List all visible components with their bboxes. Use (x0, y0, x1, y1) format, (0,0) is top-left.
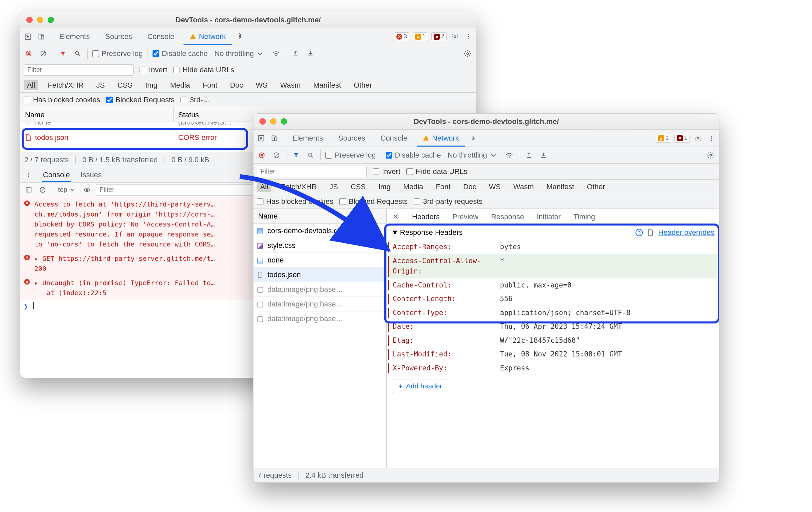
request-row[interactable]: todos.json (254, 267, 386, 282)
network-conditions-icon[interactable] (504, 150, 514, 160)
upload-har-icon[interactable] (291, 49, 301, 59)
device-toggle-icon[interactable] (269, 133, 280, 143)
preserve-log-checkbox[interactable]: Preserve log (325, 151, 376, 160)
filter-js[interactable]: JS (93, 80, 108, 90)
detail-tab-timing[interactable]: Timing (572, 209, 597, 225)
blocked-cookies-checkbox[interactable]: Has blocked cookies (257, 197, 334, 206)
filter-input[interactable] (24, 64, 134, 76)
context-select[interactable]: top (56, 186, 78, 194)
settings-icon[interactable] (450, 32, 460, 41)
filter-js[interactable]: JS (326, 182, 341, 192)
network-settings-icon[interactable] (706, 150, 716, 160)
kebab-icon[interactable] (463, 32, 473, 41)
blocked-requests-checkbox[interactable]: Blocked Requests (339, 197, 408, 206)
filter-ws[interactable]: WS (486, 182, 504, 192)
request-row[interactable]: ◪style.css (254, 238, 386, 253)
filter-input[interactable] (257, 166, 367, 177)
hide-data-urls-checkbox[interactable]: Hide data URLs (406, 167, 467, 176)
filter-other[interactable]: Other (583, 182, 609, 192)
network-conditions-icon[interactable] (271, 49, 281, 59)
maximize-window[interactable] (48, 17, 54, 23)
search-icon[interactable] (306, 150, 316, 160)
filter-doc[interactable]: Doc (460, 182, 480, 192)
maximize-window[interactable] (281, 118, 287, 124)
more-tabs-icon[interactable] (468, 133, 478, 143)
help-icon[interactable]: ? (636, 229, 643, 236)
response-headers-section[interactable]: ▼Response Headers ? Header overrides (387, 225, 719, 240)
inspect-icon[interactable] (256, 133, 266, 143)
column-name[interactable]: Name (254, 209, 386, 224)
blocked-count-badge[interactable]: ■2 (431, 32, 446, 41)
filter-wasm[interactable]: Wasm (510, 182, 537, 192)
toggle-sidebar-icon[interactable] (24, 185, 34, 195)
record-icon[interactable] (257, 150, 267, 160)
override-file-icon[interactable] (647, 229, 654, 236)
warning-count-badge[interactable]: ▲1 (413, 32, 428, 41)
request-row[interactable]: ▤cors-demo-devtools.glitch.me (254, 224, 386, 238)
filter-css[interactable]: CSS (347, 182, 369, 192)
download-har-icon[interactable] (539, 150, 549, 160)
request-row[interactable]: ▢data:image/png;base… (254, 311, 386, 326)
filter-other[interactable]: Other (350, 80, 375, 90)
download-har-icon[interactable] (306, 49, 315, 59)
filter-doc[interactable]: Doc (227, 80, 246, 90)
drawer-tab-issues[interactable]: Issues (79, 167, 103, 182)
filter-font[interactable]: Font (200, 80, 221, 90)
more-tabs-icon[interactable] (235, 32, 245, 41)
filter-media[interactable]: Media (400, 182, 427, 192)
header-row[interactable]: Accept-Ranges:bytes (387, 240, 719, 254)
record-icon[interactable] (24, 49, 34, 59)
network-settings-icon[interactable] (463, 49, 473, 59)
header-row[interactable]: Last-Modified:Tue, 08 Nov 2022 15:00:01 … (387, 347, 719, 362)
header-row[interactable]: Content-Type:application/json; charset=U… (387, 306, 719, 320)
preserve-log-checkbox[interactable]: Preserve log (92, 49, 143, 58)
tab-sources[interactable]: Sources (99, 28, 138, 45)
filter-icon[interactable] (58, 49, 68, 59)
header-row[interactable]: Access-Control-Allow-Origin:* (387, 254, 719, 279)
request-row[interactable]: ▢data:image/png;base… (254, 282, 386, 297)
filter-all[interactable]: All (24, 80, 38, 90)
filter-fetch[interactable]: Fetch/XHR (278, 182, 320, 192)
filter-img[interactable]: Img (142, 80, 161, 90)
filter-media[interactable]: Media (167, 80, 194, 90)
close-detail-icon[interactable]: ✕ (391, 212, 401, 221)
tab-sources[interactable]: Sources (332, 130, 371, 147)
filter-img[interactable]: Img (375, 182, 394, 192)
inspect-icon[interactable] (23, 32, 33, 41)
tab-elements[interactable]: Elements (286, 130, 329, 147)
clear-icon[interactable] (38, 49, 48, 59)
minimize-window[interactable] (270, 118, 277, 124)
search-icon[interactable] (72, 49, 83, 59)
kebab-icon[interactable] (24, 170, 34, 180)
header-row[interactable]: Content-Length:556 (387, 292, 719, 306)
minimize-window[interactable] (37, 17, 43, 23)
invert-checkbox[interactable]: Invert (140, 66, 167, 74)
tab-console[interactable]: Console (374, 130, 413, 147)
header-row[interactable]: Cache-Control:public, max-age=0 (387, 279, 719, 292)
throttling-select[interactable]: No throttling (212, 49, 267, 58)
filter-css[interactable]: CSS (114, 80, 136, 90)
drawer-tab-console[interactable]: Console (41, 167, 71, 182)
add-header-button[interactable]: ＋Add header (392, 379, 447, 393)
filter-fetch[interactable]: Fetch/XHR (44, 80, 87, 90)
column-name[interactable]: Name (20, 107, 174, 121)
upload-har-icon[interactable] (524, 150, 534, 160)
hide-data-urls-checkbox[interactable]: Hide data URLs (173, 66, 234, 74)
header-overrides-link[interactable]: Header overrides (658, 228, 715, 237)
detail-tab-response[interactable]: Response (490, 209, 525, 225)
filter-all[interactable]: All (257, 182, 271, 192)
detail-tab-initiator[interactable]: Initiator (535, 209, 562, 225)
tab-console[interactable]: Console (141, 28, 180, 45)
tab-network[interactable]: Network (417, 130, 465, 147)
filter-font[interactable]: Font (433, 182, 454, 192)
blocked-cookies-checkbox[interactable]: Has blocked cookies (24, 95, 100, 104)
detail-tab-preview[interactable]: Preview (451, 209, 480, 225)
blocked-requests-checkbox[interactable]: Blocked Requests (106, 95, 175, 104)
filter-icon[interactable] (291, 150, 301, 160)
blocked-count-badge[interactable]: ■1 (674, 134, 690, 143)
clear-console-icon[interactable] (38, 185, 48, 195)
tab-network[interactable]: Network (183, 28, 232, 45)
settings-icon[interactable] (693, 133, 703, 143)
third-party-checkbox[interactable]: 3rd-party requests (414, 197, 483, 206)
header-row[interactable]: Date:Thu, 06 Apr 2023 15:47:24 GMT (387, 320, 719, 334)
